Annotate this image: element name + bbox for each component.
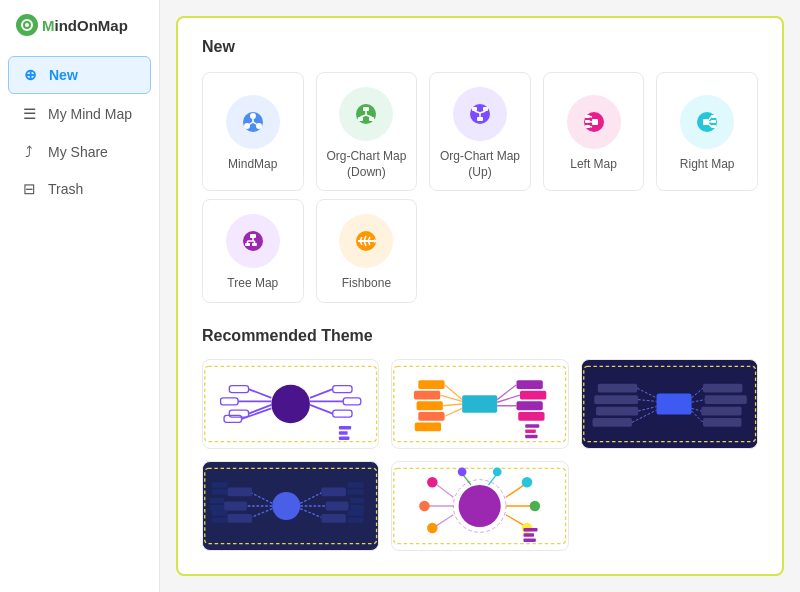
map-card-empty-2 xyxy=(543,199,645,303)
new-section-title: New xyxy=(202,38,758,56)
svg-rect-128 xyxy=(210,498,224,503)
svg-point-163 xyxy=(493,467,502,476)
svg-rect-89 xyxy=(520,391,546,400)
svg-rect-91 xyxy=(519,412,545,421)
svg-rect-141 xyxy=(350,505,364,510)
svg-line-37 xyxy=(709,121,711,122)
map-card-orgup[interactable]: Org-Chart Map (Up) xyxy=(429,72,531,191)
map-card-treemap[interactable]: Tree Map xyxy=(202,199,304,303)
svg-rect-34 xyxy=(711,120,716,123)
svg-rect-138 xyxy=(348,482,364,487)
map-grid-row2: Tree Map Fishbone xyxy=(202,199,758,303)
svg-rect-90 xyxy=(517,401,543,410)
svg-rect-96 xyxy=(526,429,537,433)
svg-rect-104 xyxy=(592,418,631,427)
svg-point-156 xyxy=(427,477,438,488)
theme-card-5[interactable] xyxy=(391,461,568,551)
fishbone-icon-circle xyxy=(339,214,393,268)
orgup-icon-circle xyxy=(453,87,507,141)
svg-rect-33 xyxy=(711,115,716,118)
svg-rect-95 xyxy=(526,424,540,428)
svg-rect-127 xyxy=(212,489,228,494)
svg-rect-102 xyxy=(594,395,638,404)
sidebar-item-myshare[interactable]: ⤴ My Share xyxy=(8,134,151,169)
svg-rect-130 xyxy=(212,510,228,515)
orgdown-icon-circle xyxy=(339,87,393,141)
map-card-mindmap[interactable]: MindMap xyxy=(202,72,304,191)
orgup-label: Org-Chart Map (Up) xyxy=(438,149,522,180)
svg-rect-110 xyxy=(704,395,746,404)
map-card-orgdown[interactable]: Org-Chart Map (Down) xyxy=(316,72,418,191)
svg-rect-18 xyxy=(472,107,477,111)
svg-rect-101 xyxy=(597,384,636,393)
sidebar-item-new[interactable]: ⊕ New xyxy=(8,56,151,94)
myshare-icon: ⤴ xyxy=(20,143,38,160)
svg-rect-166 xyxy=(524,538,536,542)
rightmap-icon-circle xyxy=(680,95,734,149)
svg-rect-26 xyxy=(585,120,590,123)
svg-rect-131 xyxy=(212,517,228,522)
logo-text: MindOnMap xyxy=(42,17,128,34)
svg-rect-19 xyxy=(483,107,488,111)
mymindmap-icon: ☰ xyxy=(20,105,38,123)
svg-rect-81 xyxy=(417,401,443,410)
theme-grid xyxy=(202,359,758,551)
svg-rect-10 xyxy=(363,107,369,111)
svg-rect-12 xyxy=(369,117,374,121)
svg-rect-140 xyxy=(350,498,364,503)
svg-rect-143 xyxy=(348,517,364,522)
svg-rect-42 xyxy=(252,243,257,246)
svg-rect-74 xyxy=(339,431,348,435)
theme-card-4[interactable] xyxy=(202,461,379,551)
map-card-rightmap[interactable]: Right Map xyxy=(656,72,758,191)
svg-rect-112 xyxy=(703,418,742,427)
svg-rect-135 xyxy=(321,487,346,496)
svg-rect-125 xyxy=(228,514,253,523)
svg-rect-129 xyxy=(210,505,224,510)
svg-point-158 xyxy=(427,522,438,533)
svg-point-160 xyxy=(530,501,541,512)
leftmap-icon-circle xyxy=(567,95,621,149)
sidebar-nav: ⊕ New ☰ My Mind Map ⤴ My Share ⊟ Trash xyxy=(0,56,159,207)
svg-rect-40 xyxy=(250,234,256,238)
svg-line-30 xyxy=(590,126,592,127)
svg-rect-88 xyxy=(517,380,543,389)
svg-rect-83 xyxy=(415,422,441,431)
svg-rect-25 xyxy=(585,115,590,118)
svg-rect-142 xyxy=(348,510,364,515)
svg-rect-136 xyxy=(326,501,349,510)
sidebar-item-new-label: New xyxy=(49,67,78,83)
sidebar-item-mymindmap[interactable]: ☰ My Mind Map xyxy=(8,96,151,132)
svg-rect-97 xyxy=(526,434,538,438)
svg-point-162 xyxy=(458,467,467,476)
svg-rect-139 xyxy=(348,489,364,494)
svg-rect-137 xyxy=(321,514,346,523)
svg-rect-124 xyxy=(224,501,247,510)
svg-rect-41 xyxy=(245,243,250,246)
sidebar-item-mymindmap-label: My Mind Map xyxy=(48,106,132,122)
sidebar-item-myshare-label: My Share xyxy=(48,144,108,160)
svg-point-157 xyxy=(420,501,431,512)
svg-rect-109 xyxy=(703,384,742,393)
svg-rect-103 xyxy=(596,406,638,415)
rightmap-label: Right Map xyxy=(680,157,735,173)
theme-card-3[interactable] xyxy=(581,359,758,449)
theme-card-1[interactable] xyxy=(202,359,379,449)
mindmap-label: MindMap xyxy=(228,157,277,173)
svg-line-29 xyxy=(590,121,592,122)
treemap-label: Tree Map xyxy=(227,276,278,292)
svg-point-58 xyxy=(271,384,310,423)
map-card-empty-3 xyxy=(656,199,758,303)
sidebar-item-trash[interactable]: ⊟ Trash xyxy=(8,171,151,207)
svg-rect-73 xyxy=(339,426,351,430)
svg-rect-17 xyxy=(477,117,483,121)
map-card-leftmap[interactable]: Left Map xyxy=(543,72,645,191)
svg-line-28 xyxy=(590,116,592,117)
theme-card-2[interactable] xyxy=(391,359,568,449)
sidebar: MindOnMap ⊕ New ☰ My Mind Map ⤴ My Share… xyxy=(0,0,160,592)
svg-rect-165 xyxy=(524,533,535,537)
svg-rect-27 xyxy=(585,125,590,128)
map-card-fishbone[interactable]: Fishbone xyxy=(316,199,418,303)
mindmap-icon-circle xyxy=(226,95,280,149)
svg-rect-126 xyxy=(212,482,228,487)
